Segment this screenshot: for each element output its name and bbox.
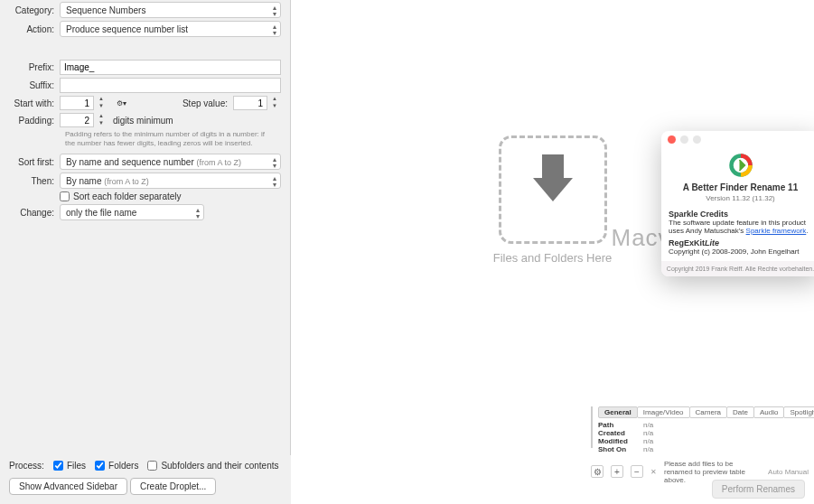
padding-hint: Padding refers to the minimum number of … — [65, 130, 273, 148]
sparkle-link[interactable]: Sparkle framework — [746, 227, 807, 235]
show-advanced-button[interactable]: Show Advanced Sidebar — [9, 478, 127, 495]
info-panel: GeneralImage/VideoCameraDateAudioSpotlig… — [591, 406, 809, 461]
start-with-label: Start with: — [9, 98, 60, 108]
process-bar: Process: Files Folders Subfolders and th… — [0, 455, 291, 504]
select-arrows-icon: ▴▾ — [196, 207, 200, 219]
stepper-icon[interactable]: ▲▼ — [95, 96, 108, 110]
padding-unit: digits minimum — [113, 116, 173, 126]
regex-copyright: Copyright (c) 2008-2009, John Engelhart — [669, 247, 812, 256]
preview-thumbnail — [591, 406, 593, 448]
process-folders-checkbox[interactable]: Folders — [95, 461, 138, 471]
create-droplet-button[interactable]: Create Droplet... — [130, 478, 216, 495]
about-titlebar — [661, 131, 814, 148]
then-label: Then: — [9, 176, 60, 186]
tab-imagevideo[interactable]: Image/Video — [637, 406, 690, 418]
action-label: Action: — [9, 24, 60, 34]
step-value-input[interactable] — [233, 96, 267, 110]
change-label: Change: — [9, 208, 60, 218]
close-icon[interactable] — [668, 135, 676, 144]
main-area: Files and Folders Here Macv.com A Better… — [291, 0, 814, 504]
then-select[interactable]: By name (from A to Z)▴▾ — [60, 173, 281, 189]
stepper-icon[interactable]: ▲▼ — [268, 96, 281, 110]
step-value-label: Step value: — [182, 98, 228, 108]
app-icon — [727, 152, 754, 179]
drop-zone[interactable]: Files and Folders Here — [499, 135, 607, 253]
select-arrows-icon: ▴▾ — [273, 5, 276, 17]
process-subfolders-checkbox[interactable]: Subfolders and their contents — [147, 461, 278, 471]
sort-first-select[interactable]: By name and sequence number (from A to Z… — [60, 154, 281, 170]
minimize-icon — [680, 135, 688, 144]
remove-button[interactable]: − — [631, 465, 643, 478]
tab-camera[interactable]: Camera — [689, 406, 727, 418]
select-arrows-icon: ▴▾ — [273, 175, 276, 188]
tab-spotlight[interactable]: Spotlight — [783, 406, 814, 418]
bottom-toolbar: ⚙︎ + − ✕ Please add files to be renamed … — [591, 464, 809, 479]
gear-icon[interactable]: ⚙︎ — [591, 465, 603, 478]
about-version: Version 11.32 (11.32) — [669, 194, 812, 202]
perform-renames-button: Perform Renames — [712, 480, 805, 499]
sort-each-folder-checkbox[interactable]: Sort each folder separately — [60, 191, 182, 201]
auto-toggle[interactable]: Auto — [768, 468, 782, 476]
info-tabs: GeneralImage/VideoCameraDateAudioSpotlig… — [598, 406, 814, 418]
change-select[interactable]: only the file name▴▾ — [60, 204, 204, 220]
add-button[interactable]: + — [611, 465, 623, 478]
prefix-input[interactable] — [60, 60, 281, 75]
suffix-label: Suffix: — [9, 80, 60, 90]
gear-icon[interactable]: ⚙︎▾ — [117, 99, 126, 107]
select-arrows-icon: ▴▾ — [273, 23, 276, 36]
category-label: Category: — [9, 5, 60, 15]
sparkle-heading: Sparkle Credits — [669, 210, 728, 219]
process-label: Process: — [9, 461, 44, 471]
manual-toggle[interactable]: Manual — [785, 468, 809, 476]
zoom-icon — [693, 135, 701, 144]
sidebar-form: Category: Sequence Numbers▴▾ Action: Pro… — [0, 0, 291, 504]
padding-input[interactable] — [60, 113, 94, 127]
padding-label: Padding: — [9, 116, 60, 126]
sort-first-label: Sort first: — [9, 157, 60, 167]
prefix-label: Prefix: — [9, 62, 60, 72]
regex-heading: RegExKitLite — [669, 238, 719, 247]
about-window: A Better Finder Rename 11 Version 11.32 … — [661, 131, 814, 276]
download-arrow-icon — [533, 178, 573, 201]
action-select[interactable]: Produce sequence number list▴▾ — [60, 21, 281, 37]
start-with-input[interactable] — [60, 96, 94, 110]
drop-text: Files and Folders Here — [417, 251, 688, 265]
tab-date[interactable]: Date — [726, 406, 754, 418]
about-title: A Better Finder Rename 11 — [669, 182, 812, 192]
tab-general[interactable]: General — [598, 406, 638, 418]
category-select[interactable]: Sequence Numbers▴▾ — [60, 2, 281, 18]
select-arrows-icon: ▴▾ — [273, 156, 276, 169]
tab-audio[interactable]: Audio — [753, 406, 784, 418]
suffix-input[interactable] — [60, 78, 281, 93]
process-files-checkbox[interactable]: Files — [53, 461, 86, 471]
stepper-icon[interactable]: ▲▼ — [95, 113, 108, 127]
about-footer: Copyright 2019 Frank Reiff. Alle Rechte … — [661, 261, 814, 276]
